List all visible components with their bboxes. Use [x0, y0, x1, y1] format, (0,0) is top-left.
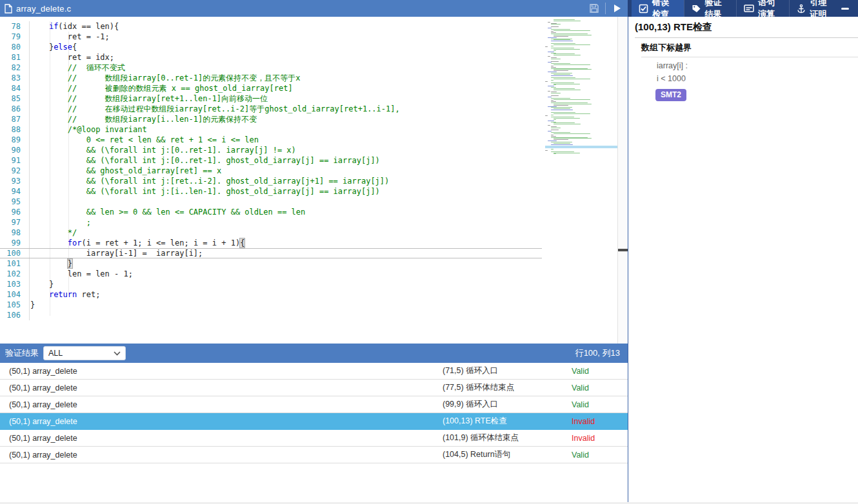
- status-badge: Valid: [572, 383, 628, 393]
- result-function: (50,1) array_delete: [0, 383, 443, 393]
- line-number: 98: [0, 228, 30, 238]
- code-line-103[interactable]: 103 }: [0, 279, 542, 289]
- result-row[interactable]: (50,1) array_delete(104,5) Return语句Valid: [0, 447, 628, 463]
- code-line-87[interactable]: 87 // 数组段iarray[i..len-1]的元素保持不变: [0, 114, 542, 124]
- line-number: 78: [0, 21, 30, 32]
- code-line-84[interactable]: 84 // 被删除的数组元素 x == ghost_old_iarray[ret…: [0, 83, 542, 93]
- panel-tabs: 错误检查验证结果语句演算引理证明: [628, 0, 858, 17]
- line-number: 99: [0, 238, 30, 248]
- code-line-100[interactable]: 100 iarray[i-1] = iarray[i];: [0, 248, 542, 258]
- results-header: 验证结果 ALL 行100, 列13: [0, 344, 628, 363]
- line-number: 90: [0, 145, 30, 155]
- anchor-icon: [797, 4, 806, 14]
- line-number: 94: [0, 186, 30, 197]
- error-check-icon: [639, 4, 648, 14]
- tab-引理证明[interactable]: 引理证明: [789, 0, 841, 17]
- code-line-80[interactable]: 80 }else{: [0, 42, 542, 52]
- verification-results-panel: 验证结果 ALL 行100, 列13 (50,1) array_delete(7…: [0, 344, 628, 463]
- minimap[interactable]: [545, 19, 617, 159]
- code-line-101[interactable]: 101 }: [0, 258, 542, 269]
- status-badge: Invalid: [572, 434, 628, 443]
- code-line-90[interactable]: 90 && (\forall int j:[0..ret-1]. iarray[…: [0, 145, 542, 155]
- line-number: 85: [0, 93, 30, 104]
- result-location: (100,13) RTE检查: [443, 416, 572, 427]
- result-row[interactable]: (50,1) array_delete(77,5) 循环体结束点Valid: [0, 380, 628, 396]
- document-icon: [5, 4, 12, 14]
- code-line-82[interactable]: 82 // 循环不变式: [0, 63, 542, 73]
- result-function: (50,1) array_delete: [0, 400, 443, 409]
- code-line-102[interactable]: 102 len = len - 1;: [0, 269, 542, 279]
- tab-语句演算[interactable]: 语句演算: [736, 0, 789, 17]
- code-line-97[interactable]: 97 ;: [0, 217, 542, 228]
- minimap-current-line-highlight: [545, 146, 617, 148]
- smt2-badge[interactable]: SMT2: [655, 89, 686, 101]
- code-line-79[interactable]: 79 ret = -1;: [0, 32, 542, 42]
- code-line-104[interactable]: 104 return ret;: [0, 289, 542, 300]
- rte-condition: i < 1000: [657, 74, 858, 83]
- code-line-98[interactable]: 98 */: [0, 228, 542, 238]
- code-line-96[interactable]: 96 && len >= 0 && len <= CAPACITY && old…: [0, 207, 542, 217]
- result-location: (71,5) 循环入口: [443, 365, 572, 376]
- code-line-89[interactable]: 89 0 <= ret < len && ret + 1 <= i <= len: [0, 135, 542, 145]
- line-number: 100: [0, 249, 30, 258]
- line-number: 102: [0, 269, 30, 279]
- results-panel-title: 验证结果: [5, 347, 39, 359]
- code-line-93[interactable]: 93 && (\forall int j:[ret..i-2]. ghost_o…: [0, 176, 542, 186]
- status-badge: Valid: [572, 451, 628, 460]
- line-number: 89: [0, 135, 30, 145]
- result-location: (104,5) Return语句: [443, 449, 572, 460]
- result-function: (50,1) array_delete: [0, 367, 443, 376]
- rte-check-title: (100,13) RTE检查: [635, 21, 858, 38]
- minimize-button[interactable]: [841, 8, 849, 10]
- result-location: (101,9) 循环体结束点: [443, 432, 572, 443]
- save-button[interactable]: [583, 0, 605, 17]
- code-line-85[interactable]: 85 // 数组段iarray[ret+1..len-1]向前移动一位: [0, 93, 542, 104]
- code-lines: 78 if(idx == len){79 ret = -1;80 }else{8…: [0, 21, 542, 320]
- cursor-position-label: 行100, 列13: [575, 347, 620, 359]
- rte-detail-panel: (100,13) RTE检查 数组下标越界 iarray[i] : i < 10…: [628, 17, 858, 504]
- code-line-86[interactable]: 86 // 在移动过程中数组段iarray[ret..i-2]等于ghost_o…: [0, 104, 542, 114]
- result-location: (99,9) 循环入口: [443, 399, 572, 410]
- rte-error-type: 数组下标越界: [641, 42, 858, 57]
- code-line-95[interactable]: 95: [0, 197, 542, 207]
- code-line-106[interactable]: 106: [0, 310, 542, 320]
- code-line-88[interactable]: 88 /*@loop invariant: [0, 124, 542, 135]
- line-number: 104: [0, 289, 30, 300]
- code-line-78[interactable]: 78 if(idx == len){: [0, 21, 542, 32]
- result-row[interactable]: (50,1) array_delete(71,5) 循环入口Valid: [0, 363, 628, 380]
- code-line-105[interactable]: 105}: [0, 300, 542, 310]
- code-line-91[interactable]: 91 && (\forall int j:[0..ret-1]. ghost_o…: [0, 155, 542, 166]
- code-line-99[interactable]: 99 for(i = ret + 1; i <= len; i = i + 1)…: [0, 238, 542, 248]
- titlebar-left: array_delete.c: [0, 0, 628, 17]
- result-function: (50,1) array_delete: [0, 417, 443, 426]
- result-function: (50,1) array_delete: [0, 451, 443, 460]
- line-number: 101: [0, 258, 30, 269]
- tag-icon: [692, 4, 701, 14]
- result-function: (50,1) array_delete: [0, 434, 443, 443]
- result-row[interactable]: (50,1) array_delete(101,9) 循环体结束点Invalid: [0, 430, 628, 447]
- code-line-81[interactable]: 81 ret = idx;: [0, 52, 542, 63]
- code-line-83[interactable]: 83 // 数组段iarray[0..ret-1]的元素保持不变，且不等于x: [0, 73, 542, 83]
- results-filter-select[interactable]: ALL: [43, 346, 126, 360]
- results-table: (50,1) array_delete(71,5) 循环入口Valid(50,1…: [0, 363, 628, 463]
- line-number: 81: [0, 52, 30, 63]
- scrollbar-position-marker: [618, 249, 628, 251]
- line-number: 105: [0, 300, 30, 310]
- run-button[interactable]: [606, 0, 628, 17]
- line-number: 91: [0, 155, 30, 166]
- line-number: 82: [0, 63, 30, 73]
- chevron-down-icon: [114, 351, 121, 356]
- code-line-92[interactable]: 92 && ghost_old_iarray[ret] == x: [0, 166, 542, 176]
- line-number: 97: [0, 217, 30, 228]
- result-row[interactable]: (50,1) array_delete(99,9) 循环入口Valid: [0, 396, 628, 413]
- line-number: 95: [0, 197, 30, 207]
- result-row[interactable]: (50,1) array_delete(100,13) RTE检查Invalid: [0, 413, 628, 430]
- vertical-scrollbar[interactable]: [617, 17, 628, 344]
- tab-验证结果[interactable]: 验证结果: [684, 0, 737, 17]
- tab-错误检查[interactable]: 错误检查: [632, 0, 684, 17]
- line-number: 80: [0, 42, 30, 52]
- line-number: 96: [0, 207, 30, 217]
- code-editor[interactable]: 78 if(idx == len){79 ret = -1;80 }else{8…: [0, 17, 628, 344]
- result-location: (77,5) 循环体结束点: [443, 382, 572, 393]
- code-line-94[interactable]: 94 && (\forall int j:[i..len-1]. ghost_o…: [0, 186, 542, 197]
